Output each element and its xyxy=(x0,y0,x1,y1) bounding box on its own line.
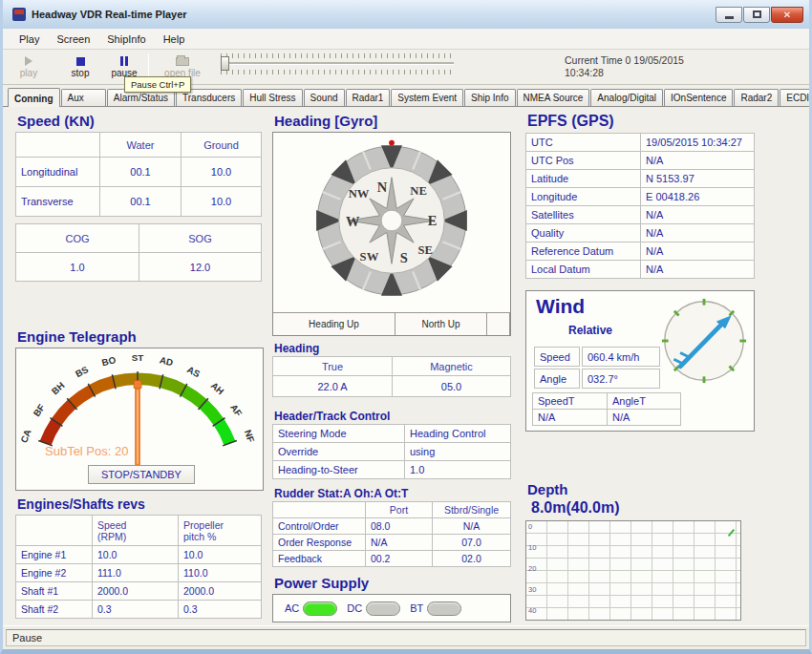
cell-label: Satellites xyxy=(526,206,641,224)
sog-value: 12.0 xyxy=(139,253,262,282)
title-bar: Headway VDR Real-time Player ✕ xyxy=(3,0,809,29)
cell-label: Transverse xyxy=(16,187,100,217)
engine-telegraph-title: Engine Telegraph xyxy=(17,328,137,345)
play-button[interactable]: play xyxy=(7,53,51,82)
telegraph-label: AH xyxy=(209,380,226,397)
maximize-button[interactable] xyxy=(743,7,770,23)
wind-angle-value: 032.7° xyxy=(582,369,660,389)
table-row: Steering Mode Heading Control xyxy=(273,425,511,443)
true-header: True xyxy=(273,357,393,376)
power-ac-indicator xyxy=(303,601,337,616)
anglet-value: N/A xyxy=(608,410,681,426)
compass-point-e: E xyxy=(428,213,438,228)
mode-button-stub xyxy=(487,313,510,335)
stop-standby-button[interactable]: STOP/STANDBY xyxy=(88,465,195,484)
compass-point-w: W xyxy=(346,214,360,229)
tab-hull-stress[interactable]: Hull Stress xyxy=(243,89,302,106)
minimize-button[interactable] xyxy=(716,7,742,23)
table-row: Override using xyxy=(273,443,511,461)
close-button[interactable]: ✕ xyxy=(771,7,803,23)
menu-help[interactable]: Help xyxy=(155,31,194,48)
tab-conning[interactable]: Conning xyxy=(8,88,60,107)
cell-value: 07.0 xyxy=(433,535,511,551)
telegraph-label: AD xyxy=(159,354,174,368)
anglet-header: AngleT xyxy=(608,393,681,410)
cell-label: Heading-to-Steer xyxy=(273,461,405,479)
tab-ecdis1[interactable]: ECDIS1 xyxy=(780,89,812,106)
depth-axis-label: 20 xyxy=(528,564,536,573)
true-heading-value: 22.0 A xyxy=(273,376,393,397)
pause-tooltip: Pause Ctrl+P xyxy=(124,76,191,93)
tab-radar2[interactable]: Radar2 xyxy=(734,89,779,106)
current-time: Current Time 0 19/05/2015 10:34:28 xyxy=(565,54,684,79)
tab-ionsentence[interactable]: IOnSentence xyxy=(664,89,733,106)
compass-panel: N NE E SE S SW W NW Heading Up North Up xyxy=(272,132,511,336)
table-row: UTC Pos N/A xyxy=(526,152,755,170)
menu-play[interactable]: Play xyxy=(11,31,48,48)
tab-radar1[interactable]: Radar1 xyxy=(346,89,391,106)
play-button-label: play xyxy=(20,68,37,78)
heading-gyro-title: Heading [Gyro] xyxy=(274,113,377,129)
depth-axis-label: 40 xyxy=(528,606,536,615)
table-row: Transverse 00.1 10.0 xyxy=(16,187,262,217)
app-window: Headway VDR Real-time Player ✕ Play Scre… xyxy=(0,0,812,654)
telegraph-label: AS xyxy=(185,364,203,379)
tab-nmea-source[interactable]: NMEA Source xyxy=(517,89,590,106)
tab-sound[interactable]: Sound xyxy=(304,89,345,106)
table-row: Shaft #2 0.3 0.3 xyxy=(16,601,262,619)
tab-system-event[interactable]: System Event xyxy=(391,89,463,106)
close-icon: ✕ xyxy=(783,10,791,20)
cell-value: 00.2 xyxy=(366,551,433,567)
depth-data-marker xyxy=(728,529,735,537)
cell-value: N/A xyxy=(641,152,755,170)
heading-up-button[interactable]: Heading Up xyxy=(273,313,395,335)
depth-axis-label: 10 xyxy=(528,543,536,552)
engines-shafts-title: Engines/Shafts revs xyxy=(17,496,145,512)
compass-point-s: S xyxy=(400,250,408,265)
app-icon xyxy=(12,8,26,21)
power-dc-indicator xyxy=(366,601,400,616)
cell-value: 111.0 xyxy=(93,564,179,582)
epfs-table: UTC 19/05/2015 10:34:27 UTC Pos N/A Lati… xyxy=(525,133,755,279)
depth-title: Depth xyxy=(527,481,568,497)
cell-value: N/A xyxy=(366,535,433,551)
cell-label: Control/Order xyxy=(273,518,366,535)
power-dc-label: DC xyxy=(347,602,362,614)
cell-value: N/A xyxy=(641,224,755,243)
telegraph-label: BH xyxy=(50,380,67,397)
cell-value: 0.3 xyxy=(179,601,262,619)
heading-title: Heading xyxy=(274,342,319,355)
sog-header: SOG xyxy=(139,224,262,253)
cell-value: N/A xyxy=(641,243,755,261)
tab-analog-digital[interactable]: Analog/Digital xyxy=(590,89,663,106)
current-time-date: Current Time 0 19/05/2015 xyxy=(565,54,684,67)
slider-thumb[interactable] xyxy=(221,56,229,71)
table-row: Engine #1 10.0 10.0 xyxy=(16,546,262,564)
cell-label: Shaft #2 xyxy=(16,601,93,619)
timeline-slider[interactable] xyxy=(221,53,454,80)
slider-ticks-bottom xyxy=(221,70,454,74)
telegraph-label: BO xyxy=(100,354,117,368)
menu-shipinfo[interactable]: ShipInfo xyxy=(98,31,154,48)
stbrd-header: Stbrd/Single xyxy=(433,502,511,518)
cell-value: N/A xyxy=(433,518,511,535)
menu-screen[interactable]: Screen xyxy=(48,31,98,48)
tab-ship-info[interactable]: Ship Info xyxy=(464,89,515,106)
wind-speed-value: 060.4 km/h xyxy=(582,347,660,367)
stop-icon xyxy=(76,57,85,66)
table-row: Latitude N 5153.97 xyxy=(526,170,755,188)
cell-label: Speed xyxy=(534,347,580,367)
power-supply-title: Power Supply xyxy=(274,575,369,591)
table-row: 22.0 A 05.0 xyxy=(273,376,511,397)
north-up-button[interactable]: North Up xyxy=(395,313,487,335)
stop-button[interactable]: stop xyxy=(58,53,102,82)
water-header: Water xyxy=(100,133,182,158)
wind-subtitle: Relative xyxy=(568,324,612,337)
slider-track[interactable] xyxy=(221,62,454,65)
tab-aux[interactable]: Aux xyxy=(61,89,106,106)
cell-label: Shaft #1 xyxy=(16,582,93,601)
telegraph-label: NF xyxy=(243,429,257,444)
rudder-table: Port Stbrd/Single Control/Order 08.0 N/A… xyxy=(272,501,511,567)
cell-value: 1.0 xyxy=(405,461,511,479)
power-supply-panel: AC DC BT xyxy=(272,594,511,622)
